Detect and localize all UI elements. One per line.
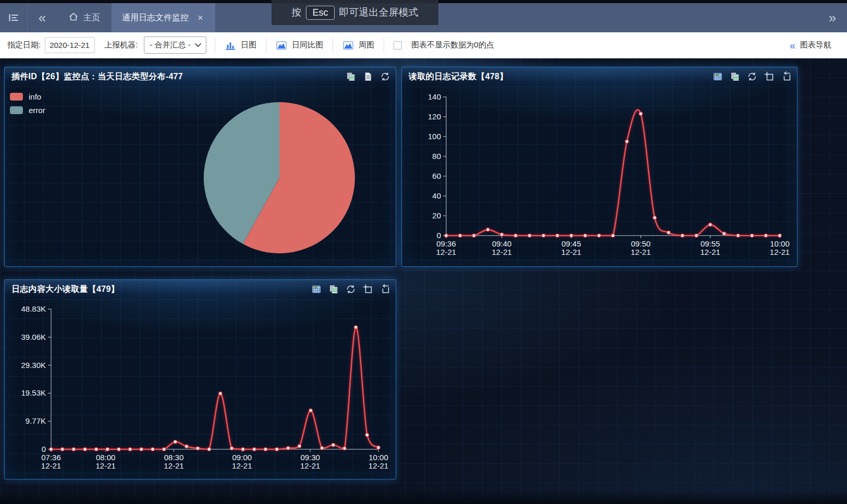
svg-text:12-21: 12-21 — [369, 461, 388, 470]
hide-zero-points-checkbox[interactable] — [394, 41, 402, 50]
svg-text:60: 60 — [432, 171, 441, 180]
svg-text:10:00: 10:00 — [369, 453, 388, 462]
svg-text:12-21: 12-21 — [164, 461, 183, 470]
line-chart-area: 09.77K19.53K29.30K39.06K48.83K07:3612-21… — [5, 299, 396, 480]
pie-legend: info error — [10, 92, 45, 119]
svg-text:12-21: 12-21 — [232, 461, 252, 470]
tab-log-monitor[interactable]: 通用日志文件监控 × — [112, 3, 215, 32]
pie-chart[interactable] — [5, 86, 397, 267]
svg-text:80: 80 — [432, 152, 441, 161]
svg-text:9.77K: 9.77K — [26, 416, 46, 425]
menu-fold-icon[interactable] — [0, 3, 27, 32]
day-compare-chart-label: 日同比图 — [292, 40, 323, 50]
app-screen: « 主页 通用日志文件监控 × » 按 Esc 即可退出全屏模式 指定日期: 上… — [0, 0, 847, 504]
panel-header: 读取的日志记录数【478】 — [402, 67, 797, 86]
svg-text:07:36: 07:36 — [41, 453, 61, 462]
panel-tools — [346, 71, 390, 82]
legend-label: info — [29, 92, 41, 101]
close-icon[interactable]: × — [196, 12, 205, 23]
panel-log-type-pie: 插件ID【26】监控点：当天日志类型分布-477 — [4, 67, 396, 267]
date-input[interactable] — [45, 37, 95, 53]
area-chart-icon — [276, 40, 287, 51]
svg-text:12-21: 12-21 — [701, 248, 720, 256]
svg-text:09:36: 09:36 — [436, 239, 456, 248]
zoom-reset-icon[interactable] — [781, 71, 792, 82]
svg-text:0: 0 — [42, 445, 46, 453]
svg-text:12-21: 12-21 — [436, 248, 456, 256]
svg-text:08:30: 08:30 — [164, 453, 184, 462]
panel-tools — [713, 71, 792, 82]
machine-select[interactable]: - 合并汇总 - — [144, 36, 206, 54]
svg-text:09:30: 09:30 — [300, 453, 320, 462]
svg-text:10:00: 10:00 — [770, 239, 790, 248]
day-compare-chart-button[interactable]: 日同比图 — [275, 38, 324, 53]
esc-key-badge: Esc — [306, 6, 334, 20]
legend-item-info[interactable]: info — [10, 92, 45, 101]
hint-suffix: 即可退出全屏模式 — [339, 6, 419, 19]
refresh-icon[interactable] — [747, 71, 757, 82]
svg-text:140: 140 — [428, 92, 441, 101]
svg-text:100: 100 — [428, 132, 441, 141]
svg-text:12-21: 12-21 — [96, 461, 116, 470]
machine-label: 上报机器: — [104, 40, 138, 50]
svg-text:39.06K: 39.06K — [21, 333, 46, 341]
svg-text:09:45: 09:45 — [561, 239, 581, 248]
data-view-icon[interactable] — [713, 71, 723, 82]
panel-log-record-count: 读取的日志记录数【478】 — [401, 67, 797, 267]
svg-text:29.30K: 29.30K — [21, 361, 46, 370]
svg-text:12-21: 12-21 — [770, 248, 790, 256]
panel-title: 插件ID【26】监控点：当天日志类型分布-477 — [5, 67, 396, 86]
legend-label: error — [29, 106, 45, 115]
data-view-icon[interactable] — [311, 284, 322, 294]
zoom-reset-icon[interactable] — [380, 284, 390, 294]
svg-text:08:00: 08:00 — [96, 453, 116, 462]
line-chart-479[interactable]: 09.77K19.53K29.30K39.06K48.83K07:3612-21… — [5, 299, 397, 480]
area-chart-icon — [342, 40, 354, 51]
table-copy-icon[interactable] — [346, 71, 356, 82]
svg-text:09:40: 09:40 — [492, 239, 512, 248]
svg-text:40: 40 — [432, 191, 441, 200]
machine-select-value: - 合并汇总 - — [150, 40, 190, 50]
day-chart-button[interactable]: 日图 — [224, 38, 257, 53]
chevron-down-icon — [194, 43, 202, 47]
legend-swatch — [10, 93, 23, 101]
svg-text:09:55: 09:55 — [701, 239, 720, 248]
refresh-icon[interactable] — [346, 284, 356, 294]
table-copy-icon[interactable] — [328, 284, 339, 294]
chart-navigation-toggle[interactable]: « 图表导航 — [790, 40, 840, 51]
toolbar-separator — [333, 38, 333, 53]
pie-chart-area: info error — [5, 86, 396, 267]
dashboard-content: 插件ID【26】监控点：当天日志类型分布-477 — [0, 58, 847, 504]
svg-text:12-21: 12-21 — [41, 461, 61, 470]
line-chart-478[interactable]: 02040608010012014009:3612-2109:4012-2109… — [402, 86, 798, 267]
week-chart-label: 周图 — [359, 40, 374, 50]
refresh-icon[interactable] — [380, 71, 390, 82]
week-chart-button[interactable]: 周图 — [341, 38, 375, 53]
zoom-area-icon[interactable] — [764, 71, 775, 82]
date-label: 指定日期: — [7, 40, 41, 50]
panel-tools — [311, 284, 390, 294]
bar-chart-icon — [225, 40, 236, 51]
toolbar-separator — [215, 38, 215, 53]
svg-text:0: 0 — [437, 231, 441, 240]
panel-log-size: 日志内容大小读取量【479】 — [4, 279, 396, 480]
hide-zero-points-label: 图表不显示数据为0的点 — [411, 40, 494, 50]
line-chart-area: 02040608010012014009:3612-2109:4012-2109… — [402, 86, 797, 267]
home-icon — [68, 11, 79, 24]
svg-text:12-21: 12-21 — [631, 248, 650, 256]
tab-home[interactable]: 主页 — [57, 3, 112, 32]
table-copy-icon[interactable] — [730, 71, 740, 82]
scroll-tabs-right-icon[interactable]: » — [818, 3, 847, 32]
hint-prefix: 按 — [291, 6, 301, 19]
panel-header: 日志内容大小读取量【479】 — [5, 280, 396, 299]
legend-item-error[interactable]: error — [10, 106, 45, 115]
svg-text:09:00: 09:00 — [232, 453, 252, 462]
zoom-area-icon[interactable] — [363, 284, 373, 294]
hide-zero-points-option: 图表不显示数据为0的点 — [392, 38, 495, 52]
svg-text:12-21: 12-21 — [492, 248, 512, 256]
scroll-tabs-left-icon[interactable]: « — [28, 3, 57, 32]
document-icon[interactable] — [363, 71, 373, 82]
chart-navigation-label: 图表导航 — [800, 40, 831, 50]
svg-text:12-21: 12-21 — [300, 461, 320, 470]
active-tab-label: 通用日志文件监控 — [122, 13, 189, 23]
